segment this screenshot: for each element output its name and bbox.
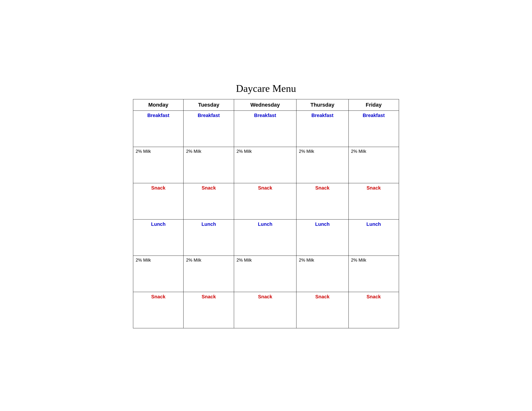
- snack2-label-friday: Snack: [351, 294, 396, 299]
- snack1-label-wednesday: Snack: [237, 185, 294, 191]
- snack1-monday: Snack: [133, 183, 183, 220]
- milk1-row: 2% Milk 2% Milk 2% Milk 2% Milk 2% Milk: [133, 147, 399, 183]
- milk1-tuesday: 2% Milk: [183, 147, 234, 183]
- breakfast-tuesday: Breakfast: [183, 111, 234, 147]
- lunch-label-wednesday: Lunch: [237, 222, 294, 227]
- milk1-friday: 2% Milk: [349, 147, 399, 183]
- lunch-thursday: Lunch: [296, 220, 349, 256]
- snack2-label-wednesday: Snack: [237, 294, 294, 299]
- snack2-friday: Snack: [349, 292, 399, 328]
- milk2-friday: 2% Milk: [349, 256, 399, 292]
- milk2-wednesday: 2% Milk: [234, 256, 296, 292]
- breakfast-label-wednesday: Breakfast: [237, 113, 294, 118]
- page-container: Daycare Menu Monday Tuesday Wednesday Th…: [133, 83, 399, 328]
- breakfast-thursday: Breakfast: [296, 111, 349, 147]
- page-title: Daycare Menu: [133, 83, 399, 94]
- snack2-label-thursday: Snack: [299, 294, 346, 299]
- snack2-thursday: Snack: [296, 292, 349, 328]
- col-wednesday: Wednesday: [234, 99, 296, 111]
- snack1-label-tuesday: Snack: [186, 185, 231, 191]
- menu-table: Monday Tuesday Wednesday Thursday Friday…: [133, 99, 399, 328]
- col-monday: Monday: [133, 99, 183, 111]
- snack1-label-friday: Snack: [351, 185, 396, 191]
- snack2-label-tuesday: Snack: [186, 294, 231, 299]
- breakfast-friday: Breakfast: [349, 111, 399, 147]
- snack2-tuesday: Snack: [183, 292, 234, 328]
- breakfast-label-thursday: Breakfast: [299, 113, 346, 118]
- lunch-label-monday: Lunch: [136, 222, 181, 227]
- breakfast-label-friday: Breakfast: [351, 113, 396, 118]
- snack1-thursday: Snack: [296, 183, 349, 220]
- col-thursday: Thursday: [296, 99, 349, 111]
- snack2-row: Snack Snack Snack Snack Snack: [133, 292, 399, 328]
- breakfast-monday: Breakfast: [133, 111, 183, 147]
- snack1-label-thursday: Snack: [299, 185, 346, 191]
- breakfast-row: Breakfast Breakfast Breakfast Breakfast …: [133, 111, 399, 147]
- snack2-wednesday: Snack: [234, 292, 296, 328]
- lunch-monday: Lunch: [133, 220, 183, 256]
- snack1-row: Snack Snack Snack Snack Snack: [133, 183, 399, 220]
- lunch-row: Lunch Lunch Lunch Lunch Lunch: [133, 220, 399, 256]
- snack1-tuesday: Snack: [183, 183, 234, 220]
- lunch-wednesday: Lunch: [234, 220, 296, 256]
- lunch-tuesday: Lunch: [183, 220, 234, 256]
- milk2-thursday: 2% Milk: [296, 256, 349, 292]
- breakfast-wednesday: Breakfast: [234, 111, 296, 147]
- lunch-friday: Lunch: [349, 220, 399, 256]
- milk1-monday: 2% Milk: [133, 147, 183, 183]
- breakfast-label-tuesday: Breakfast: [186, 113, 231, 118]
- col-tuesday: Tuesday: [183, 99, 234, 111]
- milk1-thursday: 2% Milk: [296, 147, 349, 183]
- header-row: Monday Tuesday Wednesday Thursday Friday: [133, 99, 399, 111]
- milk2-row: 2% Milk 2% Milk 2% Milk 2% Milk 2% Milk: [133, 256, 399, 292]
- lunch-label-friday: Lunch: [351, 222, 396, 227]
- snack1-wednesday: Snack: [234, 183, 296, 220]
- milk2-tuesday: 2% Milk: [183, 256, 234, 292]
- lunch-label-thursday: Lunch: [299, 222, 346, 227]
- col-friday: Friday: [349, 99, 399, 111]
- snack2-label-monday: Snack: [136, 294, 181, 299]
- snack1-label-monday: Snack: [136, 185, 181, 191]
- lunch-label-tuesday: Lunch: [186, 222, 231, 227]
- breakfast-label-monday: Breakfast: [136, 113, 181, 118]
- snack1-friday: Snack: [349, 183, 399, 220]
- milk1-wednesday: 2% Milk: [234, 147, 296, 183]
- milk2-monday: 2% Milk: [133, 256, 183, 292]
- snack2-monday: Snack: [133, 292, 183, 328]
